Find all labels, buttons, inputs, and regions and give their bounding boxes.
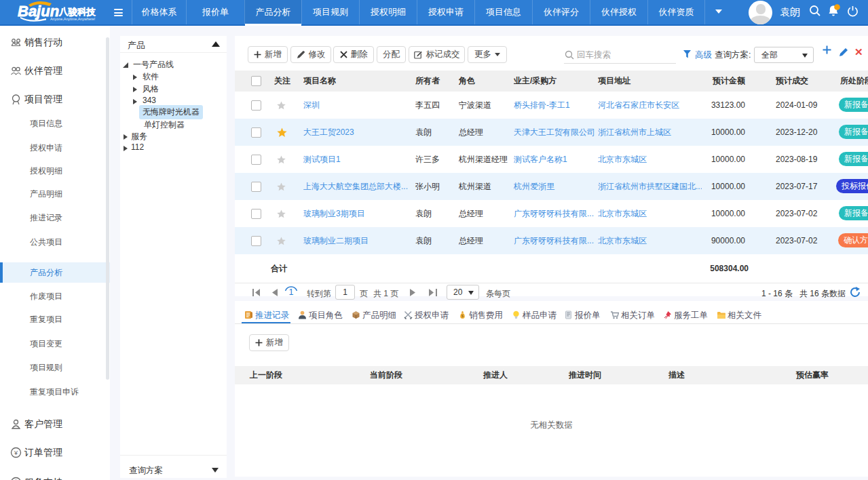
svg-text:八骏科技: 八骏科技 [58, 7, 96, 17]
svg-text:¥: ¥ [14, 449, 18, 456]
svg-text:Anyone,Anytime,Anywhere!: Anyone,Anytime,Anywhere! [50, 17, 96, 21]
